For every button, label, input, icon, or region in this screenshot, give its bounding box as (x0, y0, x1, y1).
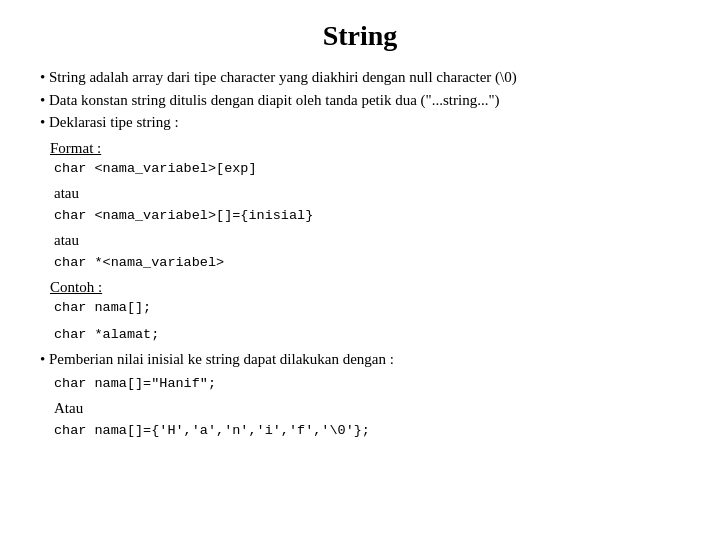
code-block-6: char nama[]={'H','a','n','i','f','\0'}; (54, 421, 680, 441)
contoh-label: Contoh : (50, 279, 680, 296)
bullet-item-1: String adalah array dari tipe character … (40, 66, 680, 89)
code-block-2: char <nama_variabel>[]={inisial} (54, 206, 680, 226)
code-block-5: char nama[]="Hanif"; (54, 374, 680, 394)
format-label: Format : (50, 140, 680, 157)
atau-label-2: atau (54, 232, 680, 249)
page-title: String (40, 20, 680, 52)
code-block-4b: char *alamat; (54, 325, 680, 345)
page: String String adalah array dari tipe cha… (0, 0, 720, 540)
pemberian-bullet: Pemberian nilai inisial ke string dapat … (40, 351, 680, 368)
bullet-list: String adalah array dari tipe character … (40, 66, 680, 134)
code-block-4a: char nama[]; (54, 298, 680, 318)
code-block-1: char <nama_variabel>[exp] (54, 159, 680, 179)
atau-label-1: atau (54, 185, 680, 202)
atau-label-3: Atau (54, 400, 680, 417)
bullet-item-3: Deklarasi tipe string : (40, 111, 680, 134)
bullet-item-2: Data konstan string ditulis dengan diapi… (40, 89, 680, 112)
code-block-3: char *<nama_variabel> (54, 253, 680, 273)
